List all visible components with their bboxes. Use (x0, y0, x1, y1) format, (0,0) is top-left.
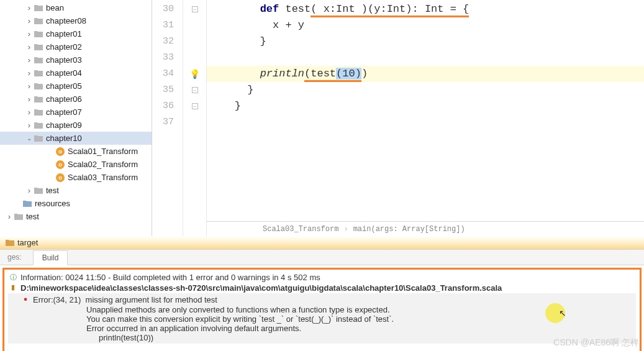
intention-bulb-icon[interactable]: 💡 (189, 69, 200, 79)
folder-icon (34, 69, 43, 78)
folder-item[interactable]: chapter09 (0, 119, 152, 132)
folder-icon (34, 43, 43, 52)
scala-object-icon: o (56, 147, 65, 156)
folder-item[interactable]: chapter03 (0, 53, 152, 66)
folder-item[interactable]: chapter04 (0, 66, 152, 80)
line-number: 33 (152, 50, 183, 66)
chevron-icon[interactable] (25, 81, 34, 91)
target-folder[interactable]: target (0, 236, 644, 249)
folder-icon (14, 212, 24, 221)
gutter-icons: − 💡 − − (183, 0, 207, 236)
info-message[interactable]: ⓘ Information: 0024 11:50 - Build comple… (8, 272, 636, 283)
folder-item[interactable]: chapter10 (0, 132, 152, 145)
scala-file-item[interactable]: oScala01_Transform (0, 145, 152, 158)
tree-item-label: Scala03_Transform (68, 173, 138, 182)
folder-item[interactable]: chapter01 (0, 27, 152, 40)
error-detail: You can make this conversion explicit by… (8, 314, 636, 324)
scala-file-item[interactable]: oScala02_Transform (0, 158, 152, 171)
tree-item-label: chapter03 (46, 55, 82, 65)
error-detail: println(test(10)) (8, 333, 636, 342)
tree-item-label: chapter07 (46, 107, 82, 117)
tree-item-label: chapter02 (46, 42, 82, 52)
folder-icon (34, 95, 43, 104)
messages-tabs[interactable]: ges: Build (0, 249, 644, 265)
code-editor[interactable]: 3031323334353637 − 💡 − − def test( x:Int… (152, 0, 644, 236)
folder-icon (5, 239, 15, 247)
file-message[interactable]: ▮ D:\mineworkspace\idea\classes\classes-… (8, 283, 636, 293)
folder-item[interactable]: test (0, 210, 152, 223)
info-icon: ⓘ (8, 273, 18, 282)
file-icon: ▮ (8, 283, 18, 291)
chevron-icon[interactable] (25, 29, 34, 39)
folder-item[interactable]: chapter06 (0, 93, 152, 106)
folder-icon (34, 56, 43, 65)
line-number: 35 (152, 82, 183, 98)
build-messages-panel[interactable]: ⓘ Information: 0024 11:50 - Build comple… (2, 268, 642, 351)
line-gutter: 3031323334353637 (152, 0, 183, 236)
messages-label: ges: (7, 253, 22, 262)
folder-item[interactable]: chapter02 (0, 40, 152, 53)
code-area[interactable]: def test( x:Int )(y:Int): Int = { x + y … (207, 0, 644, 236)
folder-icon (34, 17, 43, 25)
folder-icon (34, 186, 43, 195)
breadcrumb-method[interactable]: main(args: Array[String]) (353, 221, 465, 237)
error-detail: Error occurred in an application involvi… (8, 324, 636, 333)
scala-object-icon: o (56, 173, 65, 182)
annotation-underline: ( x:Int )(y:Int): Int = { (311, 3, 469, 17)
tab-build[interactable]: Build (33, 250, 68, 265)
error-message[interactable]: ● Error:(34, 21) missing argument list f… (8, 294, 636, 305)
folder-item[interactable]: chapter07 (0, 106, 152, 119)
fold-icon[interactable]: − (192, 87, 198, 93)
tree-item-label: chapter06 (46, 94, 82, 104)
tree-item-label: Scala02_Transform (68, 160, 138, 169)
tree-item-label: chapter05 (46, 81, 82, 91)
tree-item-label: resources (35, 199, 70, 208)
tree-item-label: chapter09 (46, 121, 82, 130)
chevron-icon[interactable] (5, 212, 14, 221)
folder-icon (34, 134, 43, 143)
breadcrumb[interactable]: Scala03_Transform › main(args: Array[Str… (207, 221, 644, 236)
folder-item[interactable]: chapteer08 (0, 14, 152, 27)
chevron-icon[interactable] (25, 55, 34, 65)
chevron-icon[interactable] (25, 94, 34, 104)
watermark: CSDN @AE86啊 怎样 (553, 337, 639, 349)
line-number: 32 (152, 34, 183, 50)
folder-item[interactable]: bean (0, 1, 152, 14)
folder-icon (34, 4, 43, 12)
folder-item[interactable]: resources (0, 197, 152, 210)
chevron-icon[interactable] (25, 121, 34, 130)
scala-object-icon: o (56, 160, 65, 169)
scala-file-item[interactable]: oScala03_Transform (0, 171, 152, 184)
tree-item-label: test (46, 186, 59, 195)
folder-item[interactable]: test (0, 184, 152, 197)
chevron-right-icon: › (343, 221, 348, 237)
fold-icon[interactable]: − (192, 6, 198, 12)
chevron-icon[interactable] (25, 3, 34, 12)
line-number: 30 (152, 1, 183, 17)
chevron-icon[interactable] (25, 68, 34, 78)
chevron-icon[interactable] (25, 186, 34, 195)
tree-item-label: chapter04 (46, 68, 82, 78)
fold-icon[interactable]: − (192, 103, 198, 109)
project-tree[interactable]: beanchapteer08chapter01chapter02chapter0… (0, 0, 152, 236)
breadcrumb-class[interactable]: Scala03_Transform (263, 221, 338, 237)
tree-item-label: chapteer08 (46, 16, 86, 25)
folder-icon (34, 121, 43, 130)
line-number: 34 (152, 66, 183, 82)
chevron-icon[interactable] (25, 16, 34, 25)
chevron-icon[interactable] (25, 135, 34, 142)
chevron-icon[interactable] (25, 107, 34, 117)
tree-item-label: bean (46, 3, 64, 12)
tree-item-label: Scala01_Transform (68, 147, 138, 156)
folder-icon (22, 199, 32, 208)
folder-item[interactable]: chapter05 (0, 80, 152, 93)
error-detail: Unapplied methods are only converted to … (8, 305, 636, 314)
line-number: 36 (152, 98, 183, 114)
line-number: 31 (152, 17, 183, 34)
tree-item-label: chapter01 (46, 29, 82, 39)
folder-icon (34, 108, 43, 117)
chevron-icon[interactable] (25, 42, 34, 52)
cursor-icon: ↖ (559, 308, 566, 318)
error-icon: ● (20, 295, 30, 303)
line-number: 37 (152, 114, 183, 130)
